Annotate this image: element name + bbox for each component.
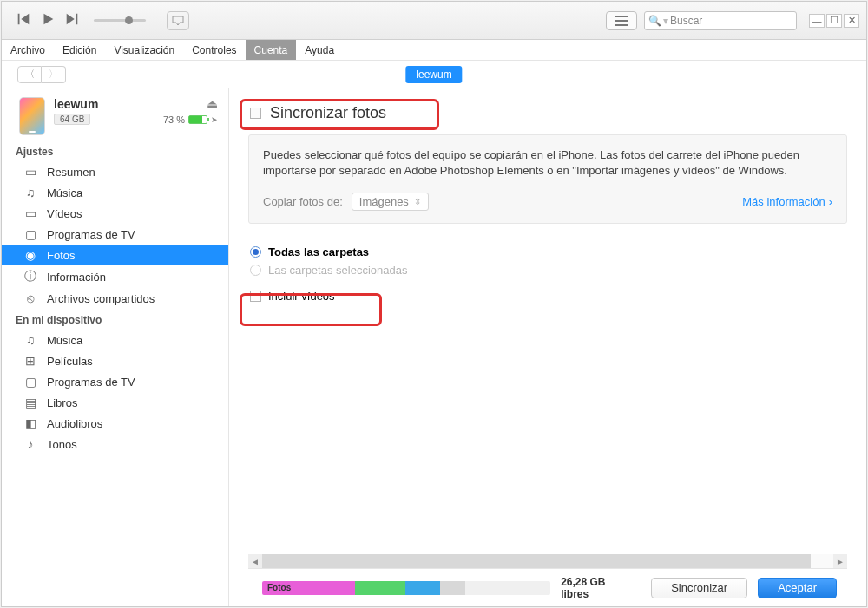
- sync-photos-checkbox[interactable]: [250, 108, 261, 119]
- sidebar-item-tv[interactable]: ▢Programas de TV: [2, 224, 228, 245]
- free-space-label: 26,28 GB libres: [561, 576, 630, 600]
- include-videos-label: Incluir vídeos: [268, 290, 335, 303]
- sidebar-item-videos[interactable]: ▭Vídeos: [2, 203, 228, 224]
- include-videos-checkbox[interactable]: [250, 291, 261, 302]
- app-window: 🔍 ▾ Buscar — ☐ ✕ Archivo Edición Visuali…: [1, 1, 867, 607]
- copy-from-label: Copiar fotos de:: [263, 195, 343, 208]
- play-button[interactable]: [40, 11, 56, 30]
- nav-back-button[interactable]: 〈: [17, 66, 42, 83]
- radio-selected-folders[interactable]: Las carpetas seleccionadas: [248, 261, 847, 279]
- menu-archivo[interactable]: Archivo: [2, 40, 54, 60]
- main-pane: Sincronizar fotos Puedes seleccionar qué…: [229, 88, 866, 606]
- menubar: Archivo Edición Visualización Controles …: [2, 40, 866, 61]
- battery-icon: [188, 115, 207, 124]
- accept-button[interactable]: Aceptar: [758, 578, 837, 598]
- chevron-right-icon: ›: [829, 195, 832, 208]
- search-input[interactable]: 🔍 ▾ Buscar: [644, 11, 797, 30]
- active-tab[interactable]: leewum: [405, 66, 462, 83]
- storage-bar: Fotos: [262, 581, 550, 595]
- radio-off-icon: [250, 265, 261, 276]
- eject-button[interactable]: ⏏: [163, 97, 218, 111]
- more-info-link[interactable]: Más información ›: [742, 195, 832, 208]
- scroll-left-icon[interactable]: ◄: [248, 554, 262, 568]
- airplay-button[interactable]: [167, 11, 189, 30]
- volume-slider[interactable]: [94, 19, 146, 22]
- minimize-button[interactable]: —: [809, 14, 825, 28]
- book-icon: ▤: [23, 396, 38, 409]
- share-icon: ⎋: [23, 291, 38, 305]
- search-placeholder: Buscar: [670, 15, 702, 27]
- info-box: Puedes seleccionar qué fotos del equipo …: [248, 134, 847, 224]
- device-capacity: 64 GB: [54, 114, 90, 125]
- tabbar: 〈 〉 leewum: [2, 61, 866, 88]
- photos-icon: ◉: [23, 248, 38, 262]
- scroll-right-icon[interactable]: ►: [833, 554, 847, 568]
- sidebar-dev-audiolibros[interactable]: ◧Audiolibros: [2, 413, 228, 434]
- music-icon: ♫: [23, 333, 38, 347]
- radio-all-folders[interactable]: Todas las carpetas: [248, 243, 847, 261]
- content: leewum 64 GB ⏏ 73 % ➤ Ajustes ▭Resumen ♫…: [2, 88, 866, 606]
- include-videos-row[interactable]: Incluir vídeos: [248, 279, 847, 303]
- sync-photos-title: Sincronizar fotos: [270, 104, 386, 122]
- sidebar-dev-musica[interactable]: ♫Música: [2, 330, 228, 350]
- battery-status: 73 % ➤: [163, 114, 218, 125]
- sidebar: leewum 64 GB ⏏ 73 % ➤ Ajustes ▭Resumen ♫…: [2, 88, 229, 606]
- copy-source-select[interactable]: Imágenes ⇳: [352, 193, 429, 211]
- storage-seg-free: [465, 581, 550, 595]
- device-name: leewum: [54, 97, 155, 111]
- menu-cuenta[interactable]: Cuenta: [246, 40, 297, 60]
- sidebar-dev-peliculas[interactable]: ⊞Películas: [2, 350, 228, 371]
- sidebar-item-musica[interactable]: ♫Música: [2, 182, 228, 203]
- footer: Fotos 26,28 GB libres Sincronizar Acepta…: [248, 568, 847, 606]
- info-icon: ⓘ: [23, 269, 38, 284]
- menu-edicion[interactable]: Edición: [54, 40, 105, 60]
- doc-icon: ▭: [23, 165, 38, 179]
- sidebar-item-fotos[interactable]: ◉Fotos: [2, 245, 228, 265]
- menu-controles[interactable]: Controles: [183, 40, 245, 60]
- section-header-ajustes: Ajustes: [2, 141, 228, 161]
- menu-ayuda[interactable]: Ayuda: [296, 40, 343, 60]
- sidebar-dev-libros[interactable]: ▤Libros: [2, 392, 228, 413]
- storage-seg-system: [440, 581, 465, 595]
- storage-seg-apps: [355, 581, 405, 595]
- bell-icon: ♪: [23, 437, 38, 451]
- film-icon: ⊞: [23, 354, 38, 368]
- radio-on-icon: [250, 246, 261, 258]
- sidebar-item-resumen[interactable]: ▭Resumen: [2, 161, 228, 182]
- playback-controls: [2, 11, 189, 30]
- sidebar-item-compartidos[interactable]: ⎋Archivos compartidos: [2, 288, 228, 309]
- folder-options: Todas las carpetas Las carpetas seleccio…: [248, 243, 847, 317]
- device-icon: [19, 97, 45, 135]
- maximize-button[interactable]: ☐: [826, 14, 842, 28]
- nav-forward-button[interactable]: 〉: [42, 66, 66, 83]
- list-view-button[interactable]: [606, 11, 637, 30]
- storage-seg-other: [405, 581, 441, 595]
- next-track-button[interactable]: [64, 11, 80, 30]
- music-icon: ♫: [23, 186, 38, 199]
- info-description: Puedes seleccionar qué fotos del equipo …: [263, 147, 832, 179]
- horizontal-scrollbar[interactable]: ◄ ►: [248, 554, 847, 568]
- audio-icon: ◧: [23, 416, 38, 430]
- prev-track-button[interactable]: [16, 11, 31, 30]
- storage-seg-photos: Fotos: [262, 581, 355, 595]
- sidebar-dev-tv[interactable]: ▢Programas de TV: [2, 371, 228, 392]
- device-header: leewum 64 GB ⏏ 73 % ➤: [2, 88, 228, 141]
- menu-visualizacion[interactable]: Visualización: [105, 40, 183, 60]
- close-button[interactable]: ✕: [844, 14, 859, 28]
- sync-button[interactable]: Sincronizar: [651, 578, 747, 598]
- sidebar-dev-tonos[interactable]: ♪Tonos: [2, 434, 228, 454]
- section-header-dispositivo: En mi dispositivo: [2, 309, 228, 330]
- chevron-updown-icon: ⇳: [414, 197, 421, 206]
- video-icon: ▭: [23, 206, 38, 220]
- tv-icon: ▢: [23, 375, 38, 389]
- tv-icon: ▢: [23, 227, 38, 241]
- titlebar: 🔍 ▾ Buscar — ☐ ✕: [2, 2, 866, 40]
- search-icon: 🔍: [648, 15, 661, 27]
- sidebar-item-info[interactable]: ⓘInformación: [2, 265, 228, 288]
